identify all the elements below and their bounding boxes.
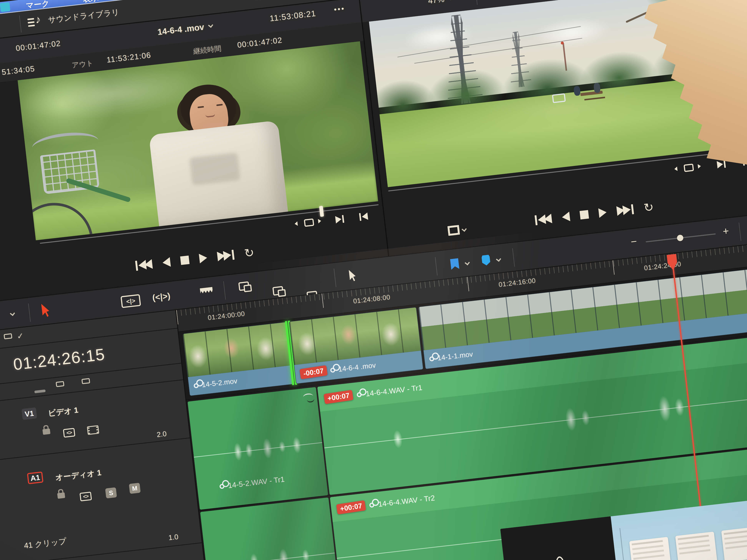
step-back-button[interactable] <box>162 257 171 267</box>
link-icon <box>428 355 435 362</box>
transform-tool-dropdown[interactable] <box>448 225 466 235</box>
stop-button[interactable] <box>180 256 189 265</box>
resize-viewer-icon[interactable] <box>304 218 314 227</box>
sound-library-tab[interactable]: サウンドライブラリ <box>47 7 120 25</box>
panel-toggle-icon[interactable] <box>4 334 12 340</box>
source-clip-name: 14-6-4 .mov <box>157 22 205 37</box>
link-icon <box>368 502 375 508</box>
chevron-down-icon <box>208 23 213 28</box>
timeline-clip-audio[interactable]: 14-5-2.WAV - Tr1 <box>187 387 328 510</box>
source-duration-display: 00:01:47:02 <box>16 39 61 53</box>
auto-select-icon[interactable]: <> <box>63 428 75 438</box>
play-to-out-icon[interactable] <box>717 160 726 169</box>
skip-back-button[interactable] <box>535 214 552 225</box>
dock-divider <box>620 528 627 560</box>
transform-icon <box>448 226 459 235</box>
timeline-zoom-level: 47% <box>428 0 445 5</box>
minimized-window-thumbnail[interactable] <box>675 532 717 560</box>
audio2-level-value: 1.0 <box>168 533 179 542</box>
zoom-out-button[interactable]: − <box>630 236 638 247</box>
clip-name: 14-1-1.mov <box>437 350 473 362</box>
go-to-in-icon[interactable] <box>359 212 368 221</box>
music-note-icon: ♪ <box>35 13 41 26</box>
marker-icon[interactable] <box>481 255 491 266</box>
toolbar-divider <box>334 268 336 287</box>
dynamic-trim-tool[interactable]: (<|>) <box>152 291 171 303</box>
solo-button[interactable]: S <box>105 487 117 498</box>
trim-offset-badge: -00:07 <box>300 365 328 379</box>
lock-icon[interactable] <box>57 492 65 499</box>
play-to-out-icon[interactable] <box>335 215 344 224</box>
sound-library-icon <box>27 18 34 20</box>
source-duration-label: 継続時間 <box>193 44 222 56</box>
zoom-in-button[interactable]: + <box>722 225 729 237</box>
timeline-transport-controls: ↻ <box>535 201 654 226</box>
resize-viewer-icon[interactable] <box>684 163 694 172</box>
snapping-cursor-icon[interactable] <box>349 269 359 282</box>
clip-name: 14-5-2.mov <box>201 377 238 389</box>
trim-offset-badge: +00:07 <box>336 500 366 514</box>
chevron-down-icon <box>462 227 467 232</box>
chevron-down-icon <box>448 0 453 0</box>
app-icon[interactable] <box>0 2 10 12</box>
step-back-button[interactable] <box>562 212 570 222</box>
link-icon <box>329 367 336 374</box>
source-clip-selector[interactable]: 14-6-4 .mov <box>157 21 213 37</box>
lock-icon[interactable] <box>43 428 50 435</box>
launchpad-rocket-icon[interactable] <box>555 556 566 560</box>
tshirt-print <box>189 153 240 186</box>
play-button[interactable] <box>598 207 607 218</box>
toolbar-divider <box>223 281 226 300</box>
timeline-clip-video[interactable]: -00:07 14-6-4 .mov <box>289 307 423 384</box>
timeline-clip-video[interactable]: 14-5-2.mov <box>182 322 293 396</box>
flag-icon[interactable] <box>450 258 459 270</box>
chevron-down-icon[interactable] <box>10 311 15 316</box>
skip-forward-button[interactable] <box>217 250 235 262</box>
track-id-a1[interactable]: A1 <box>27 472 43 484</box>
source-transport-controls: ↻ <box>135 246 255 272</box>
source-in-point: 51:34:05 <box>1 64 35 77</box>
timeline-zoom-knob[interactable] <box>677 235 684 241</box>
clip-name: 14-6-4.WAV - Tr2 <box>378 494 435 508</box>
meters-toggle-icon[interactable] <box>81 378 90 384</box>
insert-clip-icon[interactable] <box>238 281 250 291</box>
loop-button[interactable]: ↻ <box>643 201 654 214</box>
razor-tool[interactable] <box>200 287 213 298</box>
mixer-toggle-icon[interactable] <box>56 381 65 387</box>
stop-button[interactable] <box>579 210 589 219</box>
scroll-tab[interactable] <box>34 390 46 393</box>
chevron-down-icon[interactable] <box>465 260 470 265</box>
skip-forward-button[interactable] <box>616 204 634 216</box>
toolbar-divider <box>512 248 515 267</box>
toolbar-divider <box>435 257 437 275</box>
clip-count-label: 41 クリップ <box>23 536 67 551</box>
clip-name: 14-6-4.WAV - Tr1 <box>365 383 422 398</box>
viewer-header-divider <box>475 0 478 5</box>
skip-back-button[interactable] <box>135 259 153 271</box>
source-duration-value: 00:01:47:02 <box>237 35 283 49</box>
play-button[interactable] <box>199 253 208 263</box>
toolbar-divider <box>28 303 31 322</box>
playhead-timecode[interactable]: 01:24:26:15 <box>12 345 106 374</box>
track-name-audio1: オーディオ 1 <box>55 468 102 483</box>
audio-track-1-header[interactable]: A1 オーディオ 1 <> S M 41 クリップ 1.0 <box>0 442 202 560</box>
overwrite-clip-icon[interactable] <box>272 286 284 296</box>
trim-edit-mode-tool[interactable]: <|> <box>121 294 141 308</box>
selection-tool-active[interactable] <box>41 303 53 318</box>
chevron-down-icon[interactable] <box>496 257 501 262</box>
mute-button[interactable]: M <box>129 483 140 494</box>
minimized-window-thumbnail[interactable] <box>629 537 671 560</box>
filmstrip-icon[interactable] <box>87 425 99 435</box>
track-id-v1[interactable]: V1 <box>22 407 37 420</box>
auto-select-icon[interactable]: <> <box>79 492 92 502</box>
minimized-window-thumbnail[interactable] <box>721 526 747 560</box>
source-timecode[interactable]: 11:53:08:21 <box>269 9 316 23</box>
header-divider <box>19 16 22 33</box>
davinci-resolve-window: マーク 表示 再生 ♪ サウンドライブラリ あの人 | 編集済み 00:01:4… <box>0 0 747 560</box>
viewer-options-menu[interactable]: ••• <box>334 4 345 14</box>
toolbar-divider <box>739 222 741 241</box>
source-out-label: アウト <box>71 58 94 70</box>
timeline-zoom-selector[interactable]: 47% <box>428 0 453 5</box>
loop-button[interactable]: ↻ <box>243 246 255 260</box>
project-title-group: あの人 | 編集済み <box>254 0 323 1</box>
